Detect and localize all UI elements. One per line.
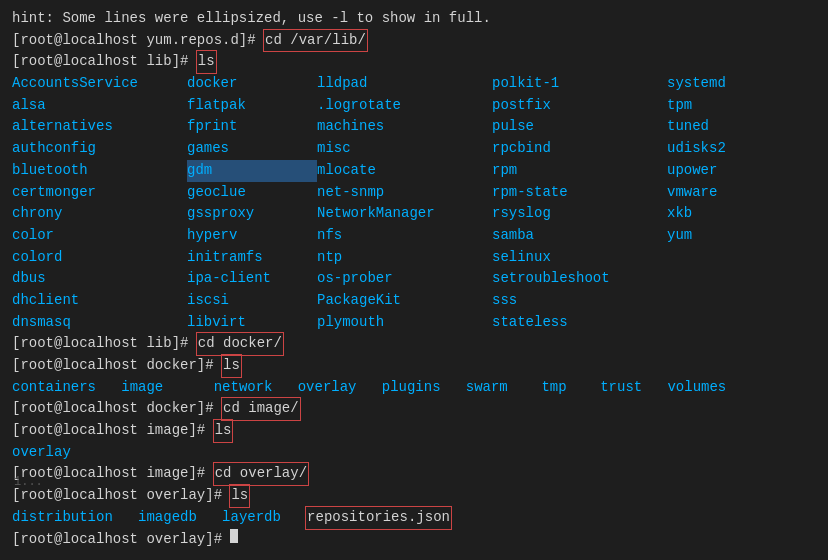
prompt-cd-image-text: [root@localhost docker]# (12, 398, 222, 420)
hint-text: hint: Some lines were ellipsized, use -l… (12, 8, 491, 30)
cmd-cd-docker: cd docker/ (198, 335, 282, 351)
dir-ntp: ntp (317, 247, 492, 269)
dir-chrony: chrony (12, 203, 187, 225)
repositories-json-box: repositories.json (306, 507, 451, 529)
prompt-cd-docker-text: [root@localhost lib]# (12, 333, 197, 355)
dir-gssproxy: gssproxy (187, 203, 317, 225)
dir-net-snmp: net-snmp (317, 182, 492, 204)
cmd-cd-overlay: cd overlay/ (215, 465, 307, 481)
dir-plymouth: plymouth (317, 312, 492, 334)
dir-upower: upower (667, 160, 797, 182)
dir-colord: colord (12, 247, 187, 269)
dir-fprint: fprint (187, 116, 317, 138)
dir-lldpad: lldpad (317, 73, 492, 95)
prompt-docker-ls-text: [root@localhost docker]# (12, 355, 222, 377)
dir-geoclue: geoclue (187, 182, 317, 204)
dir-gdm-selected: gdm (187, 160, 317, 182)
cursor (230, 529, 238, 543)
dir-dhclient: dhclient (12, 290, 187, 312)
dir-alsa: alsa (12, 95, 187, 117)
dir-bluetooth: bluetooth (12, 160, 187, 182)
dir-polkit-1: polkit-1 (492, 73, 667, 95)
dir-xkb: xkb (667, 203, 797, 225)
cmd-cd-docker-box: cd docker/ (197, 333, 283, 355)
prompt-line-1: [root@localhost yum.repos.d]# cd /var/li… (12, 30, 816, 52)
dir-systemd: systemd (667, 73, 797, 95)
prompt-2: [root@localhost lib]# (12, 51, 197, 73)
dir-postfix: postfix (492, 95, 667, 117)
docker-dir-listing: containers image network overlay plugins… (12, 377, 816, 399)
dir-docker: docker (187, 73, 317, 95)
overlay-dir-imagedb: imagedb (138, 507, 197, 529)
dir-alternatives: alternatives (12, 116, 187, 138)
overlay-dir-layerdb: layerdb (222, 507, 281, 529)
prompt-cd-overlay: [root@localhost image]# cd overlay/ (12, 463, 816, 485)
dir-selinux: selinux (492, 247, 667, 269)
docker-dir-image: image (121, 377, 163, 399)
dir-misc: misc (317, 138, 492, 160)
line-number-gutter: 1... (14, 473, 43, 492)
dir-dbus: dbus (12, 268, 187, 290)
dir-ipa-client: ipa-client (187, 268, 317, 290)
dir-empty-11 (667, 290, 797, 312)
dir-rpm: rpm (492, 160, 667, 182)
dir-yum: yum (667, 225, 797, 247)
terminal: hint: Some lines were ellipsized, use -l… (12, 8, 816, 552)
dir-empty-10 (667, 268, 797, 290)
line-num-1: 1... (14, 473, 43, 492)
cmd-cd-image: cd image/ (223, 400, 299, 416)
cmd-ls-box: ls (197, 51, 216, 73)
dir-initramfs: initramfs (187, 247, 317, 269)
image-dir-overlay: overlay (12, 442, 816, 464)
docker-dir-tmp: tmp (541, 377, 566, 399)
dir-rpcbind: rpcbind (492, 138, 667, 160)
dir-NetworkManager: NetworkManager (317, 203, 492, 225)
dir-games: games (187, 138, 317, 160)
docker-dir-plugins: plugins (382, 377, 441, 399)
dir-empty-9 (667, 247, 797, 269)
overlay-dir-listing: distribution imagedb layerdb repositorie… (12, 507, 816, 529)
prompt-docker-ls: [root@localhost docker]# ls (12, 355, 816, 377)
prompt-overlay-ls-text: [root@localhost overlay]# (12, 485, 230, 507)
prompt-cd-image: [root@localhost docker]# cd image/ (12, 398, 816, 420)
cmd-ls4: ls (231, 487, 248, 503)
prompt-image-ls-text: [root@localhost image]# (12, 420, 214, 442)
docker-dir-swarm: swarm (466, 377, 508, 399)
cmd-ls2-box: ls (222, 355, 241, 377)
docker-dir-trust: trust (600, 377, 642, 399)
dir-vmware: vmware (667, 182, 797, 204)
dir-sss: sss (492, 290, 667, 312)
dir-pulse: pulse (492, 116, 667, 138)
dir-certmonger: certmonger (12, 182, 187, 204)
dir-stateless: stateless (492, 312, 667, 334)
dir-mlocate: mlocate (317, 160, 492, 182)
dir-udisks2: udisks2 (667, 138, 797, 160)
dir-rpm-state: rpm-state (492, 182, 667, 204)
dir-machines: machines (317, 116, 492, 138)
cmd-cd-image-box: cd image/ (222, 398, 300, 420)
prompt-line-2: [root@localhost lib]# ls (12, 51, 816, 73)
cmd-cd-var: cd /var/lib/ (265, 32, 366, 48)
dir-color: color (12, 225, 187, 247)
cmd-ls4-box: ls (230, 485, 249, 507)
cmd-ls3-box: ls (214, 420, 233, 442)
dir-tpm: tpm (667, 95, 797, 117)
dir-flatpak: flatpak (187, 95, 317, 117)
docker-dir-volumes: volumes (667, 377, 726, 399)
cmd-ls2: ls (223, 357, 240, 373)
dir-empty-12 (667, 312, 797, 334)
hint-line: hint: Some lines were ellipsized, use -l… (12, 8, 816, 30)
prompt-1: [root@localhost yum.repos.d]# (12, 30, 264, 52)
prompt-cd-docker: [root@localhost lib]# cd docker/ (12, 333, 816, 355)
dir-tuned: tuned (667, 116, 797, 138)
docker-dir-overlay: overlay (298, 377, 357, 399)
dir-logrotate: .logrotate (317, 95, 492, 117)
final-prompt-text: [root@localhost overlay]# (12, 529, 230, 551)
cmd-cd-var-box: cd /var/lib/ (264, 30, 367, 52)
final-prompt: [root@localhost overlay]# (12, 529, 816, 551)
docker-dir-network: network (214, 377, 273, 399)
cmd-ls: ls (198, 53, 215, 69)
dir-AccountsService: AccountsService (12, 73, 187, 95)
dir-setroubleshoot: setroubleshoot (492, 268, 667, 290)
dir-nfs: nfs (317, 225, 492, 247)
